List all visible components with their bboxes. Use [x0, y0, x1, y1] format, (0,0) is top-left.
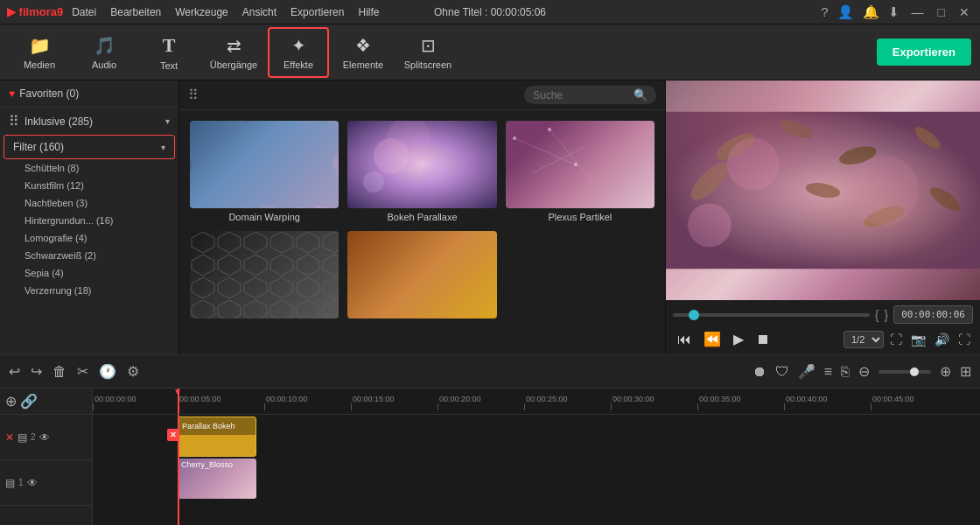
- menu-hilfe[interactable]: Hilfe: [358, 6, 379, 18]
- fullscreen-icon[interactable]: ⛶: [887, 331, 905, 348]
- subcat-kunstfilm[interactable]: Kunstfilm (12): [0, 177, 178, 194]
- menu-bearbeiten[interactable]: Bearbeiten: [110, 6, 161, 18]
- skip-back-button[interactable]: ⏮: [673, 330, 696, 349]
- shield-icon[interactable]: 🛡: [775, 364, 789, 380]
- subcat-hintergrund[interactable]: Hintergrundun... (16): [0, 212, 178, 229]
- ruler-mark-2: 00:00:10:00: [264, 395, 351, 410]
- subcat-schuetteln[interactable]: Schütteln (8): [0, 159, 178, 177]
- left-panel: ♥ Favoriten (0) ⠿ Inklusive (285) ▾ Filt…: [0, 80, 179, 354]
- toolbar-audio-label: Audio: [92, 60, 116, 70]
- effect-hex[interactable]: [190, 231, 339, 322]
- download-icon[interactable]: ⬇: [888, 4, 900, 20]
- link-icon[interactable]: 🔗: [20, 393, 38, 410]
- clock-icon[interactable]: 🕐: [99, 363, 116, 380]
- playhead[interactable]: [178, 388, 179, 414]
- toolbar-medien-label: Medien: [24, 60, 55, 70]
- export-button[interactable]: Exportieren: [877, 38, 971, 66]
- toolbar-effekte[interactable]: ✦ Effekte: [268, 27, 329, 78]
- clip-parallax-bokeh[interactable]: ✕ Parallax Bokeh: [178, 416, 256, 457]
- svg-point-17: [912, 123, 943, 153]
- ruler-mark-6: 00:00:30:00: [611, 395, 697, 410]
- svg-point-23: [849, 156, 919, 226]
- speed-select[interactable]: 1/2: [844, 331, 884, 348]
- effect-bokeh-parallaxe[interactable]: Bokeh Parallaxe: [347, 121, 496, 222]
- preview-timeline: { } 00:00:00:06: [673, 305, 973, 324]
- toolbar-splitscreen[interactable]: ⊡ Splitscreen: [397, 27, 458, 78]
- ruler-mark-3: 00:00:15:00: [351, 395, 438, 410]
- clip-cherry-blossom[interactable]: Cherry_Blosso: [178, 458, 256, 499]
- zoom-thumb[interactable]: [910, 368, 919, 376]
- svg-point-15: [778, 116, 816, 142]
- subcat-verzerrung[interactable]: Verzerrung (18): [0, 282, 178, 299]
- delete-icon[interactable]: 🗑: [52, 364, 66, 380]
- svg-point-4: [363, 172, 384, 192]
- category-filter[interactable]: Filter (160) ▾: [4, 135, 175, 159]
- minimize-button[interactable]: —: [908, 5, 928, 19]
- adjust-icon[interactable]: ⚙: [127, 363, 139, 380]
- toolbar-uebergaenge[interactable]: ⇄ Übergänge: [203, 27, 264, 78]
- step-back-button[interactable]: ⏪: [699, 329, 725, 349]
- right-bracket: }: [884, 308, 888, 322]
- subcat-lomografie[interactable]: Lomografie (4): [0, 229, 178, 247]
- play-button[interactable]: ▶: [729, 329, 748, 349]
- search-box[interactable]: 🔍: [524, 86, 656, 104]
- effect-domain-warping[interactable]: Domain Warping: [190, 121, 339, 222]
- toolbar-medien[interactable]: 📁 Medien: [9, 27, 70, 78]
- notification-icon[interactable]: 🔔: [863, 4, 879, 20]
- copy-icon[interactable]: ⎘: [841, 364, 850, 380]
- snap-icon[interactable]: ⊕: [5, 393, 17, 410]
- stop-button[interactable]: ⏹: [752, 330, 774, 349]
- svg-point-24: [688, 203, 732, 247]
- cut-icon[interactable]: ✂: [77, 363, 88, 380]
- track-eye-icon2[interactable]: 👁: [27, 477, 38, 489]
- grid-view-icon[interactable]: ⠿: [188, 87, 199, 103]
- subcat-sepia[interactable]: Sepia (4): [0, 264, 178, 282]
- clip-parallax-header: Parallax Bokeh: [178, 417, 256, 435]
- toolbar-audio[interactable]: 🎵 Audio: [74, 27, 135, 78]
- expand-icon[interactable]: ⛶: [956, 331, 973, 348]
- svg-line-7: [532, 147, 584, 173]
- toolbar-elemente[interactable]: ❖ Elemente: [332, 27, 394, 78]
- subcat-nachtleben[interactable]: Nachtleben (3): [0, 194, 178, 212]
- zoom-track[interactable]: [878, 370, 931, 374]
- menu-ansicht[interactable]: Ansicht: [242, 6, 276, 18]
- close-button[interactable]: ✕: [956, 5, 973, 19]
- subcat-schwarzweiss[interactable]: Schwarzweiß (2): [0, 247, 178, 264]
- account-icon[interactable]: 👤: [837, 4, 854, 20]
- minus-circle-icon[interactable]: ⊖: [858, 363, 870, 380]
- effect-name-1: Domain Warping: [190, 212, 339, 222]
- svg-point-18: [685, 158, 733, 206]
- category-inklusive[interactable]: ⠿ Inklusive (285) ▾: [0, 108, 178, 135]
- search-input[interactable]: [533, 89, 629, 102]
- audio-icon: 🎵: [94, 35, 116, 56]
- narrate-icon[interactable]: ≡: [824, 364, 832, 380]
- menu-exportieren[interactable]: Exportieren: [290, 6, 344, 18]
- effect-warm[interactable]: [347, 231, 496, 322]
- menu-datei[interactable]: Datei: [72, 6, 96, 18]
- panels-icon[interactable]: ⊞: [960, 363, 971, 380]
- preview-timeline-track[interactable]: [673, 313, 870, 317]
- svg-point-8: [513, 136, 516, 140]
- record-icon[interactable]: ⏺: [752, 364, 766, 380]
- track-eye-icon[interactable]: 👁: [39, 431, 50, 444]
- preview-timeline-thumb[interactable]: [689, 310, 699, 320]
- effect-thumb-5: [347, 231, 496, 318]
- zoom-slider[interactable]: [878, 370, 931, 374]
- timeline-toolbar: ↩ ↪ 🗑 ✂ 🕐 ⚙ ⏺ 🛡 🎤 ≡ ⎘ ⊖ ⊕ ⊞: [0, 355, 980, 388]
- redo-icon[interactable]: ↪: [31, 363, 42, 380]
- favorites-bar[interactable]: ♥ Favoriten (0): [0, 80, 178, 108]
- volume-icon[interactable]: 🔊: [932, 331, 952, 348]
- svg-point-20: [862, 202, 906, 231]
- help-icon[interactable]: ?: [821, 4, 828, 19]
- toolbar-text[interactable]: T Text: [138, 27, 200, 78]
- timeline-tracks: ✕ Parallax Bokeh Cherry_Blosso: [93, 415, 980, 525]
- maximize-button[interactable]: □: [934, 5, 948, 19]
- toolbar-elemente-label: Elemente: [343, 60, 383, 70]
- camera-icon[interactable]: 📷: [908, 331, 928, 348]
- mic-icon[interactable]: 🎤: [798, 363, 816, 380]
- track-1-num: 1: [18, 478, 24, 487]
- undo-icon[interactable]: ↩: [9, 363, 20, 380]
- menu-werkzeuge[interactable]: Werkzeuge: [175, 6, 228, 18]
- plus-circle-icon[interactable]: ⊕: [940, 363, 951, 380]
- effect-plexus-partikel[interactable]: Plexus Partikel: [506, 121, 654, 222]
